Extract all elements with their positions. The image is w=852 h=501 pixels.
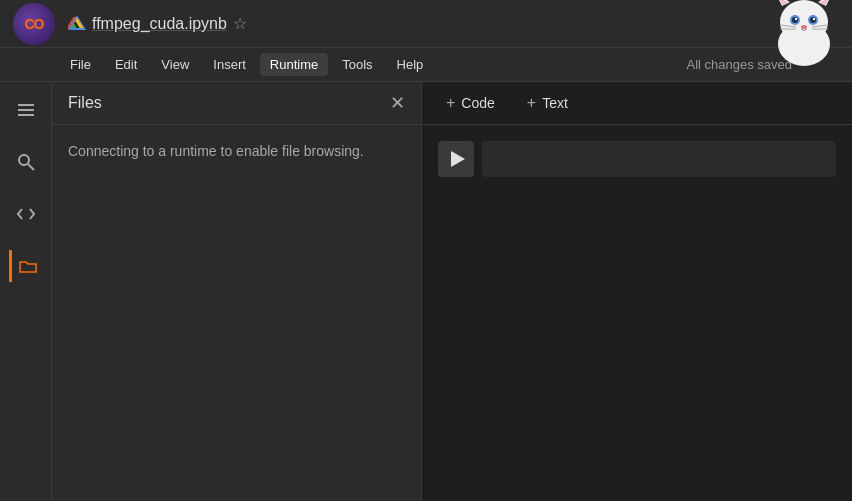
logo-area: CO xyxy=(8,0,60,48)
menu-file[interactable]: File xyxy=(60,53,101,76)
cat-avatar xyxy=(764,0,844,72)
code-icon xyxy=(16,204,36,224)
star-icon[interactable]: ☆ xyxy=(233,14,247,33)
menu-help[interactable]: Help xyxy=(387,53,434,76)
menu-insert[interactable]: Insert xyxy=(203,53,256,76)
svg-rect-22 xyxy=(18,104,34,106)
svg-point-15 xyxy=(795,17,797,19)
hamburger-icon xyxy=(16,100,36,120)
menu-view[interactable]: View xyxy=(151,53,199,76)
files-panel: Files ✕ Connecting to a runtime to enabl… xyxy=(52,82,422,501)
notebook-toolbar: + Code + Text xyxy=(422,82,852,125)
svg-rect-24 xyxy=(18,114,34,116)
add-text-label: Text xyxy=(542,95,568,111)
cell-area xyxy=(422,125,852,193)
svg-rect-23 xyxy=(18,109,34,111)
notebook-area: + Code + Text xyxy=(422,82,852,501)
logo-text: CO xyxy=(25,16,44,32)
drive-icon xyxy=(68,15,86,33)
files-title: Files xyxy=(68,94,102,112)
svg-point-13 xyxy=(792,17,798,23)
svg-point-14 xyxy=(810,17,816,23)
plus-text-icon: + xyxy=(527,94,536,112)
sidebar-icon-menu[interactable] xyxy=(10,94,42,126)
main-layout: Files ✕ Connecting to a runtime to enabl… xyxy=(0,82,852,501)
top-bar: CO ffmpeg_cuda.ipynb ☆ xyxy=(0,0,852,48)
add-text-button[interactable]: + Text xyxy=(519,90,576,116)
sidebar-icon-search[interactable] xyxy=(10,146,42,178)
svg-line-26 xyxy=(28,164,34,170)
add-code-button[interactable]: + Code xyxy=(438,90,503,116)
sidebar-icon-files[interactable] xyxy=(9,250,41,282)
cell-content[interactable] xyxy=(482,141,836,177)
cat-svg xyxy=(764,0,844,72)
search-icon xyxy=(16,152,36,172)
svg-point-17 xyxy=(801,25,807,29)
file-name-area: ffmpeg_cuda.ipynb ☆ xyxy=(68,14,247,33)
folder-icon xyxy=(18,256,38,276)
play-icon xyxy=(451,151,465,167)
files-header: Files ✕ xyxy=(52,82,421,125)
files-close-button[interactable]: ✕ xyxy=(390,94,405,112)
menu-tools[interactable]: Tools xyxy=(332,53,382,76)
add-code-label: Code xyxy=(461,95,494,111)
svg-point-6 xyxy=(780,0,828,44)
run-cell-button[interactable] xyxy=(438,141,474,177)
code-cell xyxy=(438,141,836,177)
svg-point-25 xyxy=(19,155,29,165)
menu-runtime[interactable]: Runtime xyxy=(260,53,328,76)
file-name[interactable]: ffmpeg_cuda.ipynb xyxy=(92,15,227,33)
menu-bar: File Edit View Insert Runtime Tools Help… xyxy=(0,48,852,82)
files-status-text: Connecting to a runtime to enable file b… xyxy=(68,143,364,159)
icon-sidebar xyxy=(0,82,52,501)
menu-edit[interactable]: Edit xyxy=(105,53,147,76)
plus-code-icon: + xyxy=(446,94,455,112)
svg-point-16 xyxy=(813,17,815,19)
colab-logo: CO xyxy=(13,3,55,45)
files-body: Connecting to a runtime to enable file b… xyxy=(52,125,421,178)
sidebar-icon-code[interactable] xyxy=(10,198,42,230)
